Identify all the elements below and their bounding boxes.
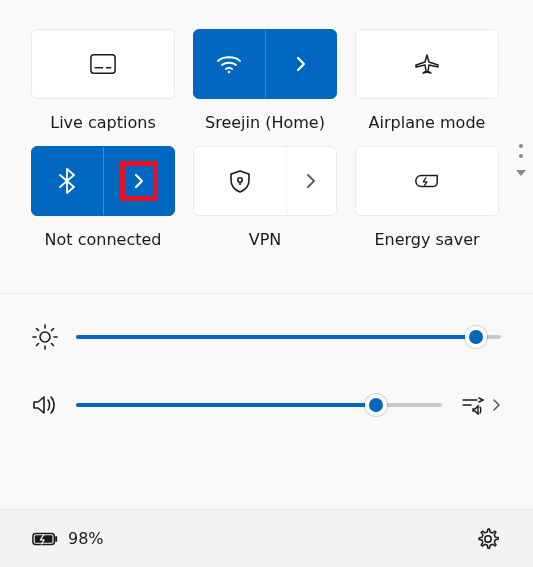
- chevron-right-icon: [288, 51, 314, 77]
- bluetooth-icon: [54, 168, 80, 194]
- svg-line-11: [37, 329, 39, 331]
- brightness-icon: [32, 324, 58, 350]
- chevron-right-icon: [298, 168, 324, 194]
- bluetooth-toggle[interactable]: [31, 146, 175, 216]
- svg-line-14: [52, 329, 54, 331]
- vpn-expand-button[interactable]: [287, 147, 336, 215]
- tile-vpn: VPN: [193, 146, 337, 249]
- tile-label: Not connected: [45, 230, 162, 249]
- svg-point-6: [40, 332, 50, 342]
- slider-thumb[interactable]: [465, 326, 487, 348]
- airplane-icon: [414, 51, 440, 77]
- edit-panel-button[interactable]: [516, 144, 526, 176]
- vpn-icon: [227, 168, 253, 194]
- tiles-grid: Live captions: [0, 0, 533, 249]
- settings-button[interactable]: [475, 526, 501, 552]
- gear-icon: [475, 526, 501, 552]
- live-captions-toggle[interactable]: [31, 29, 175, 99]
- dot-icon: [519, 144, 523, 148]
- sliders-section: [0, 293, 533, 418]
- slider-thumb[interactable]: [365, 394, 387, 416]
- captions-icon: [90, 51, 116, 77]
- tile-label: Airplane mode: [369, 113, 486, 132]
- quick-settings-panel: Live captions: [0, 0, 533, 567]
- energy-saver-toggle[interactable]: [355, 146, 499, 216]
- chevron-right-icon: [126, 168, 152, 194]
- tile-energy-saver: Energy saver: [355, 146, 499, 249]
- svg-line-13: [37, 344, 39, 346]
- tile-live-captions: Live captions: [31, 29, 175, 132]
- svg-rect-18: [55, 536, 57, 542]
- vpn-toggle-button[interactable]: [194, 147, 286, 215]
- slider-fill: [76, 335, 476, 339]
- vpn-toggle[interactable]: [193, 146, 337, 216]
- battery-icon: [32, 526, 58, 552]
- wifi-expand-button[interactable]: [266, 30, 337, 98]
- dot-icon: [519, 154, 523, 158]
- svg-point-4: [238, 178, 242, 182]
- svg-line-12: [52, 344, 54, 346]
- tile-label: Energy saver: [374, 230, 479, 249]
- slider-fill: [76, 403, 376, 407]
- wifi-toggle-button[interactable]: [194, 30, 265, 98]
- brightness-slider[interactable]: [76, 335, 501, 339]
- volume-icon: [32, 392, 58, 418]
- volume-output-button[interactable]: [460, 392, 501, 418]
- tile-label: VPN: [249, 230, 282, 249]
- audio-output-icon: [460, 392, 486, 418]
- bluetooth-expand-button[interactable]: [104, 147, 175, 215]
- airplane-mode-toggle[interactable]: [355, 29, 499, 99]
- chevron-right-icon: [492, 398, 501, 412]
- tile-label: Sreejin (Home): [205, 113, 325, 132]
- battery-percent: 98%: [68, 529, 104, 548]
- bluetooth-toggle-button[interactable]: [32, 147, 103, 215]
- volume-slider[interactable]: [76, 403, 442, 407]
- caret-down-icon: [516, 170, 526, 176]
- tile-airplane: Airplane mode: [355, 29, 499, 132]
- svg-point-20: [485, 535, 491, 541]
- wifi-icon: [216, 51, 242, 77]
- wifi-toggle[interactable]: [193, 29, 337, 99]
- energy-saver-icon: [414, 168, 440, 194]
- battery-status[interactable]: 98%: [32, 526, 104, 552]
- brightness-row: [32, 324, 501, 350]
- footer-bar: 98%: [0, 509, 533, 567]
- tile-wifi: Sreejin (Home): [193, 29, 337, 132]
- svg-rect-0: [91, 55, 115, 74]
- svg-point-3: [228, 71, 231, 74]
- volume-row: [32, 392, 501, 418]
- tile-label: Live captions: [50, 113, 156, 132]
- tile-bluetooth: Not connected: [31, 146, 175, 249]
